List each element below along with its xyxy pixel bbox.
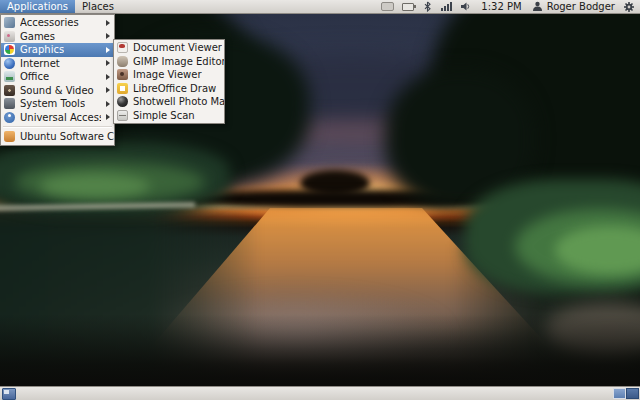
user-menu[interactable]: Roger Bodger	[532, 1, 615, 12]
places-menu-label: Places	[82, 1, 114, 12]
submenu-arrow-icon	[106, 33, 110, 39]
menu-item-simple-scan[interactable]: Simple Scan	[114, 109, 224, 123]
menu-item-label: Ubuntu Software Center	[20, 131, 114, 142]
bluetooth-icon[interactable]	[422, 1, 433, 12]
image-viewer-icon	[117, 69, 128, 80]
menu-item-label: Accessories	[20, 17, 79, 28]
submenu-arrow-icon	[106, 101, 110, 107]
bottom-panel	[0, 386, 640, 400]
workspace-2[interactable]	[626, 388, 639, 399]
menu-item-graphics[interactable]: Graphics	[1, 43, 114, 57]
workspace-switcher	[613, 388, 639, 399]
menu-item-universal-access[interactable]: Universal Access	[1, 111, 114, 125]
menu-item-libreoffice-draw[interactable]: LibreOffice Draw	[114, 82, 224, 96]
submenu-arrow-icon	[106, 114, 110, 120]
menu-item-label: Games	[20, 31, 55, 42]
menu-item-label: Document Viewer	[133, 42, 222, 53]
show-desktop-button[interactable]	[2, 388, 16, 400]
office-icon	[4, 71, 15, 82]
menu-item-accessories[interactable]: Accessories	[1, 16, 114, 30]
document-viewer-icon	[117, 42, 128, 53]
menu-separator	[3, 126, 112, 128]
user-icon	[532, 1, 543, 12]
submenu-arrow-icon	[106, 20, 110, 26]
menu-item-label: System Tools	[20, 98, 85, 109]
workspace-1[interactable]	[613, 388, 626, 399]
applications-menu: AccessoriesGamesGraphicsInternetOfficeSo…	[0, 14, 115, 146]
menu-item-label: LibreOffice Draw	[133, 83, 216, 94]
system-tray: 1:32 PM Roger Bodger	[381, 1, 640, 13]
menu-item-label: Universal Access	[20, 112, 101, 123]
wallpaper-bottom-shadow	[0, 314, 640, 386]
accessories-icon	[4, 17, 15, 28]
applications-menu-button[interactable]: Applications	[0, 0, 75, 13]
menu-item-shotwell-photo-manager[interactable]: Shotwell Photo Manager	[114, 95, 224, 109]
menu-item-internet[interactable]: Internet	[1, 57, 114, 71]
menu-item-label: Office	[20, 71, 49, 82]
menu-item-document-viewer[interactable]: Document Viewer	[114, 41, 224, 55]
menu-item-sound-video[interactable]: Sound & Video	[1, 84, 114, 98]
menu-item-system-tools[interactable]: System Tools	[1, 97, 114, 111]
menu-item-office[interactable]: Office	[1, 70, 114, 84]
menu-item-games[interactable]: Games	[1, 30, 114, 44]
menu-item-label: Sound & Video	[20, 85, 94, 96]
games-icon	[4, 31, 15, 42]
applications-menu-label: Applications	[7, 1, 68, 12]
menu-item-label: Shotwell Photo Manager	[133, 96, 224, 107]
menu-item-label: Graphics	[20, 44, 64, 55]
universal-access-icon	[4, 112, 15, 123]
sound-video-icon	[4, 85, 15, 96]
messages-indicator-icon[interactable]	[381, 2, 394, 11]
menu-item-label: Image Viewer	[133, 69, 202, 80]
session-gear-icon[interactable]	[623, 1, 635, 13]
software-center-icon	[4, 131, 15, 142]
graphics-submenu: Document ViewerGIMP Image EditorImage Vi…	[113, 39, 225, 124]
places-menu-button[interactable]: Places	[75, 0, 121, 13]
submenu-arrow-icon	[106, 87, 110, 93]
simple-scan-icon	[117, 110, 128, 121]
shotwell-icon	[117, 96, 128, 107]
volume-icon[interactable]	[460, 1, 471, 12]
submenu-arrow-icon	[106, 74, 110, 80]
top-panel: Applications Places 1:32 PM Roger Bodger	[0, 0, 640, 14]
clock[interactable]: 1:32 PM	[481, 1, 521, 12]
menu-item-label: Internet	[20, 58, 60, 69]
menu-item-gimp-image-editor[interactable]: GIMP Image Editor	[114, 55, 224, 69]
system-tools-icon	[4, 98, 15, 109]
network-signal-icon[interactable]	[441, 2, 452, 11]
graphics-icon	[4, 44, 15, 55]
menu-item-label: Simple Scan	[133, 110, 195, 121]
menu-item-image-viewer[interactable]: Image Viewer	[114, 68, 224, 82]
submenu-arrow-icon	[106, 60, 110, 66]
gimp-icon	[117, 56, 128, 67]
desktop: Applications Places 1:32 PM Roger Bodger	[0, 0, 640, 400]
user-name: Roger Bodger	[547, 1, 615, 12]
menu-item-label: GIMP Image Editor	[133, 56, 224, 67]
battery-icon[interactable]	[402, 3, 414, 11]
internet-icon	[4, 58, 15, 69]
wallpaper-left-bank	[40, 174, 150, 198]
menu-item-ubuntu-software-center[interactable]: Ubuntu Software Center	[1, 130, 114, 144]
libreoffice-draw-icon	[117, 83, 128, 94]
submenu-arrow-icon	[106, 47, 110, 53]
